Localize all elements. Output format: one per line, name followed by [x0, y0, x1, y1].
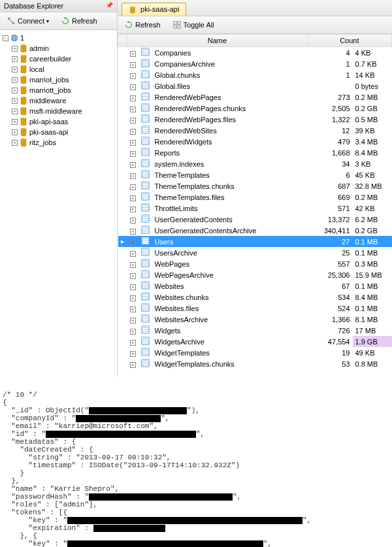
expander-icon[interactable]: + [130, 329, 136, 335]
tree-item-db[interactable]: + pki-api-saas [12, 116, 114, 127]
expander-icon[interactable]: + [12, 140, 18, 146]
expander-icon[interactable]: + [12, 98, 18, 104]
tree-item-db[interactable]: + pki-saas-api [12, 127, 114, 137]
collection-count: 524 [307, 303, 352, 314]
expander-icon[interactable]: + [130, 95, 136, 101]
expander-icon[interactable]: + [130, 195, 136, 201]
table-row[interactable]: + Websites.chunks 534 8.4 MB [118, 291, 392, 303]
database-tree[interactable]: − 1 + admin + careerbuilder + local + ma… [0, 30, 117, 376]
expander-icon[interactable]: + [130, 362, 136, 368]
tree-item-db[interactable]: + marriott_jobs [12, 85, 114, 95]
table-row[interactable]: ▸ + Users 27 0.1 MB [118, 236, 392, 247]
expander-icon[interactable]: + [130, 284, 136, 290]
collection-icon [141, 59, 150, 67]
expander-icon[interactable]: + [130, 184, 136, 190]
expander-icon[interactable]: + [12, 67, 18, 73]
tree-item-db[interactable]: + local [12, 64, 114, 75]
expander-icon[interactable]: + [130, 251, 136, 257]
expander-icon[interactable]: + [130, 273, 136, 279]
table-row[interactable]: + Websites 67 0.1 MB [118, 280, 392, 291]
expander-icon[interactable]: + [130, 207, 136, 212]
table-row[interactable]: + WidgetTemplates 19 49 KB [118, 347, 392, 358]
expander-icon[interactable]: + [130, 318, 136, 323]
expander-icon[interactable]: + [130, 107, 136, 112]
tree-root[interactable]: − 1 [3, 33, 114, 43]
expander-icon[interactable]: + [130, 307, 136, 312]
expander-icon[interactable]: + [130, 340, 136, 346]
expander-icon[interactable]: + [130, 140, 136, 146]
table-row[interactable]: + ThrottleLimits 571 42 KB [118, 203, 392, 214]
expander-icon[interactable]: + [12, 119, 18, 125]
col-name[interactable]: Name [127, 35, 308, 47]
table-row[interactable]: + UserGeneratedContentsArchive 340,411 0… [118, 225, 392, 236]
collection-icon [141, 259, 150, 267]
toggle-all-button[interactable]: Toggle All [168, 18, 219, 31]
expander-icon[interactable]: + [12, 77, 18, 83]
table-row[interactable]: + WidgetsArchive 47,554 1.9 GB [118, 336, 392, 347]
expander-icon[interactable]: + [130, 218, 136, 224]
expander-icon[interactable]: + [130, 240, 136, 246]
expander-icon[interactable]: + [130, 173, 136, 179]
table-row[interactable]: + RenderedWebPages.files 1,322 0.5 MB [118, 114, 392, 125]
table-row[interactable]: + RenderedWebPages 273 0.2 MB [118, 91, 392, 103]
expander-icon[interactable]: + [130, 262, 136, 268]
expander-icon[interactable]: − [3, 35, 8, 41]
expander-icon[interactable]: + [12, 46, 18, 52]
collection-count: 4 [307, 47, 352, 59]
table-row[interactable]: + RenderedWebPages.chunks 2,505 0.2 GB [118, 103, 392, 114]
expander-icon[interactable]: + [130, 51, 136, 57]
col-indicator[interactable] [118, 35, 127, 47]
database-icon [19, 138, 28, 147]
expander-icon[interactable]: + [130, 73, 136, 79]
table-row[interactable]: + system.indexes 34 3 KB [118, 158, 392, 169]
tree-item-db[interactable]: + middleware [12, 95, 114, 106]
table-row[interactable]: + Global.chunks 1 14 KB [118, 69, 392, 80]
table-row[interactable]: + Companies 4 4 KB [118, 47, 392, 59]
expander-icon[interactable]: + [130, 151, 136, 157]
expander-icon[interactable]: + [130, 295, 136, 301]
expander-icon[interactable]: + [130, 351, 136, 357]
tree-item-db[interactable]: + marriot_jobs [12, 75, 114, 85]
expander-icon[interactable]: + [12, 108, 18, 114]
expander-icon[interactable]: + [130, 84, 136, 90]
main-refresh-button[interactable]: Refresh [120, 18, 165, 31]
collection-count: 1,366 [307, 314, 352, 325]
expander-icon[interactable]: + [12, 129, 18, 135]
table-row[interactable]: + RenderedWidgets 479 3.4 MB [118, 136, 392, 147]
table-row[interactable]: + UsersArchive 25 0.1 MB [118, 247, 392, 258]
svg-rect-24 [173, 22, 176, 24]
expander-icon[interactable]: + [12, 56, 18, 62]
table-row[interactable]: + RenderedWebSites 12 39 KB [118, 125, 392, 136]
collection-size: 0.1 MB [353, 236, 392, 247]
col-count[interactable]: Count [307, 35, 391, 47]
table-row[interactable]: + WidgetTemplates.chunks 53 0.8 MB [118, 358, 392, 369]
table-row[interactable]: + WebPages 557 0.3 MB [118, 258, 392, 269]
table-row[interactable]: + ThemeTemplates.chunks 687 32.8 MB [118, 180, 392, 191]
table-row[interactable]: + ThemeTemplates 6 45 KB [118, 169, 392, 180]
table-row[interactable]: + Widgets 726 17 MB [118, 325, 392, 336]
expander-icon[interactable]: + [130, 162, 136, 168]
table-row[interactable]: + ThemeTemplates.files 669 0.2 MB [118, 191, 392, 203]
table-row[interactable]: + WebsitesArchive 1,366 8.1 MB [118, 314, 392, 325]
refresh-button[interactable]: Refresh [56, 14, 102, 27]
expander-icon[interactable]: + [130, 129, 136, 135]
pin-icon[interactable]: 📌 [106, 2, 113, 10]
database-icon [19, 107, 28, 116]
expander-icon[interactable]: + [130, 229, 136, 235]
connect-button[interactable]: Connect ▾ [2, 14, 54, 27]
table-row[interactable]: + Reports 1,668 8.4 MB [118, 147, 392, 158]
table-row[interactable]: + Global.files 0 bytes [118, 80, 392, 91]
expander-icon[interactable]: + [130, 62, 136, 68]
active-tab[interactable]: pki-saas-api [122, 3, 186, 16]
tree-item-db[interactable]: + msft-middleware [12, 106, 114, 116]
expander-icon[interactable]: + [12, 88, 18, 93]
expander-icon[interactable]: + [130, 118, 136, 124]
tree-item-db[interactable]: + ritz_jobs [12, 137, 114, 148]
collection-size: 45 KB [353, 169, 392, 180]
tree-item-db[interactable]: + careerbuilder [12, 54, 114, 64]
table-row[interactable]: + UserGeneratedContents 13,372 6.2 MB [118, 214, 392, 225]
table-row[interactable]: + CompaniesArchive 1 0.7 KB [118, 58, 392, 69]
table-row[interactable]: + WebPagesArchive 25,306 15.9 MB [118, 269, 392, 280]
tree-item-db[interactable]: + admin [12, 43, 114, 54]
table-row[interactable]: + Websites.files 524 0.1 MB [118, 303, 392, 314]
